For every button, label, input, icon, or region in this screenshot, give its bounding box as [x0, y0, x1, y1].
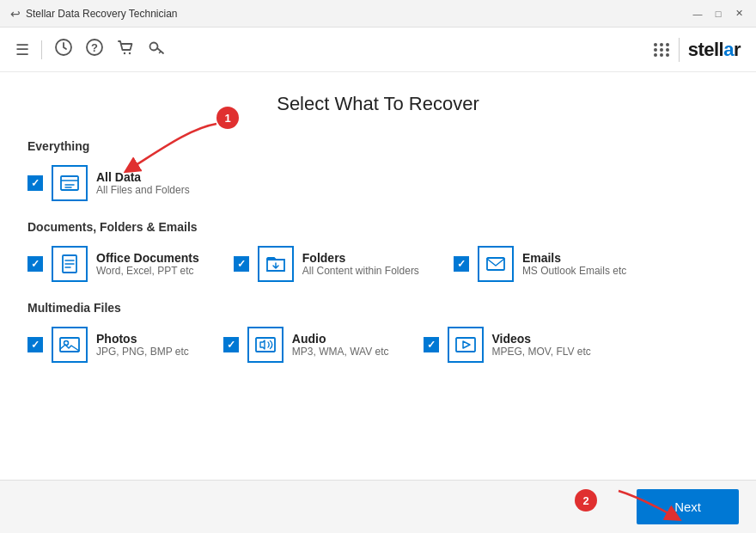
title-bar-left: ↩ Stellar Data Recovery Technician — [10, 7, 178, 21]
minimize-button[interactable]: — — [691, 7, 704, 21]
photos-title: Photos — [96, 332, 189, 346]
check-icon: ✓ — [31, 177, 40, 189]
svg-rect-8 — [487, 258, 504, 270]
emails-option[interactable]: ✓ Emails MS Outlook Emails etc — [454, 246, 626, 282]
maximize-button[interactable]: □ — [711, 7, 725, 21]
toolbar-right: stellar — [654, 38, 741, 62]
toolbar-logo-separator — [679, 38, 680, 62]
audio-title: Audio — [292, 332, 389, 346]
photos-text: Photos JPG, PNG, BMP etc — [96, 332, 189, 358]
photos-option[interactable]: ✓ Photos JPG, PNG, BMP etc — [27, 327, 189, 363]
audio-icon — [254, 334, 277, 356]
hamburger-icon[interactable]: ☰ — [15, 40, 29, 59]
emails-subtitle: MS Outlook Emails etc — [522, 265, 626, 277]
close-button[interactable]: ✕ — [732, 7, 746, 21]
history-icon[interactable] — [54, 38, 73, 61]
videos-icon — [454, 334, 477, 356]
everything-section: Everything 1 ✓ A — [27, 139, 729, 201]
title-bar-app-icon: ↩ — [10, 7, 21, 21]
office-docs-text: Office Documents Word, Excel, PPT etc — [96, 251, 199, 277]
office-docs-icon-box — [52, 246, 88, 282]
annotation-1: 1 — [216, 107, 239, 129]
check-icon: ✓ — [227, 339, 235, 351]
office-docs-checkbox[interactable]: ✓ — [27, 256, 43, 272]
videos-subtitle: MPEG, MOV, FLV etc — [492, 346, 591, 358]
videos-text: Videos MPEG, MOV, FLV etc — [492, 332, 591, 358]
key-icon[interactable] — [147, 38, 166, 61]
office-docs-subtitle: Word, Excel, PPT etc — [96, 265, 199, 277]
folders-icon — [265, 253, 287, 275]
title-bar-text: Stellar Data Recovery Technician — [26, 8, 178, 20]
all-data-title: All Data — [96, 170, 190, 184]
photos-icon — [58, 334, 81, 356]
folders-option[interactable]: ✓ Folders All Content within Folders — [234, 246, 419, 282]
page-title: Select What To Recover — [27, 93, 729, 115]
all-data-option[interactable]: ✓ All Data All Files and Folders — [27, 165, 729, 201]
cart-icon[interactable] — [116, 38, 135, 61]
photos-subtitle: JPG, PNG, BMP etc — [96, 346, 189, 358]
videos-title: Videos — [492, 332, 591, 346]
next-button[interactable]: Next — [637, 489, 739, 524]
svg-point-4 — [129, 52, 131, 54]
apps-grid-icon[interactable] — [654, 43, 670, 57]
audio-icon-box — [247, 327, 284, 363]
folders-text: Folders All Content within Folders — [302, 251, 419, 277]
svg-point-5 — [150, 43, 158, 51]
all-data-subtitle: All Files and Folders — [96, 184, 190, 196]
folders-icon-box — [258, 246, 294, 282]
videos-icon-box — [448, 327, 484, 363]
toolbar-left: ☰ ? — [15, 38, 166, 61]
audio-checkbox[interactable]: ✓ — [223, 337, 239, 352]
videos-option[interactable]: ✓ Videos MPEG, MOV, FLV etc — [424, 327, 591, 363]
photos-icon-box — [52, 327, 88, 363]
title-bar: ↩ Stellar Data Recovery Technician — □ ✕ — [0, 0, 756, 28]
svg-point-3 — [124, 52, 125, 54]
multimedia-label: Multimedia Files — [27, 301, 729, 315]
emails-title: Emails — [522, 251, 626, 265]
check-icon: ✓ — [237, 258, 246, 270]
all-data-checkbox[interactable]: ✓ — [27, 175, 43, 191]
footer: 2 Next — [0, 480, 756, 533]
check-icon: ✓ — [427, 339, 436, 351]
folders-subtitle: All Content within Folders — [302, 265, 419, 277]
toolbar: ☰ ? — [0, 28, 756, 72]
videos-checkbox[interactable]: ✓ — [424, 337, 439, 352]
office-docs-title: Office Documents — [96, 251, 199, 265]
office-docs-option[interactable]: ✓ Office Documents Word, Excel, PPT etc — [27, 246, 199, 282]
office-docs-icon — [58, 253, 81, 275]
main-content: Select What To Recover Everything 1 ✓ — [0, 72, 756, 480]
folders-title: Folders — [302, 251, 419, 265]
emails-checkbox[interactable]: ✓ — [454, 256, 469, 272]
help-icon[interactable]: ? — [85, 38, 104, 61]
svg-text:?: ? — [91, 41, 98, 54]
multimedia-options-grid: ✓ Photos JPG, PNG, BMP etc ✓ — [27, 327, 729, 363]
check-icon: ✓ — [31, 339, 40, 351]
everything-label: Everything — [27, 139, 729, 153]
svg-marker-13 — [463, 341, 470, 348]
emails-icon-box — [478, 246, 514, 282]
documents-label: Documents, Folders & Emails — [27, 220, 729, 234]
all-data-icon-box — [52, 165, 88, 201]
folders-checkbox[interactable]: ✓ — [234, 256, 249, 272]
toolbar-divider — [41, 40, 42, 59]
documents-options-grid: ✓ Office Documents Word, Excel, PPT etc … — [27, 246, 729, 282]
audio-option[interactable]: ✓ Audio MP3, WMA, WAV etc — [223, 327, 389, 363]
annotation-2: 2 — [575, 489, 597, 512]
stellar-logo: stellar — [688, 39, 741, 61]
documents-section: Documents, Folders & Emails ✓ Office Doc… — [27, 220, 729, 282]
emails-icon — [485, 253, 507, 275]
multimedia-section: Multimedia Files ✓ Photos JPG, PNG, BMP … — [27, 301, 729, 363]
audio-text: Audio MP3, WMA, WAV etc — [292, 332, 389, 358]
emails-text: Emails MS Outlook Emails etc — [522, 251, 626, 277]
check-icon: ✓ — [31, 258, 40, 270]
all-data-text: All Data All Files and Folders — [96, 170, 190, 196]
photos-checkbox[interactable]: ✓ — [27, 337, 43, 352]
audio-subtitle: MP3, WMA, WAV etc — [292, 346, 389, 358]
check-icon: ✓ — [457, 258, 466, 270]
title-bar-controls: — □ ✕ — [691, 7, 746, 21]
all-data-icon — [58, 172, 81, 194]
svg-rect-12 — [456, 338, 475, 352]
